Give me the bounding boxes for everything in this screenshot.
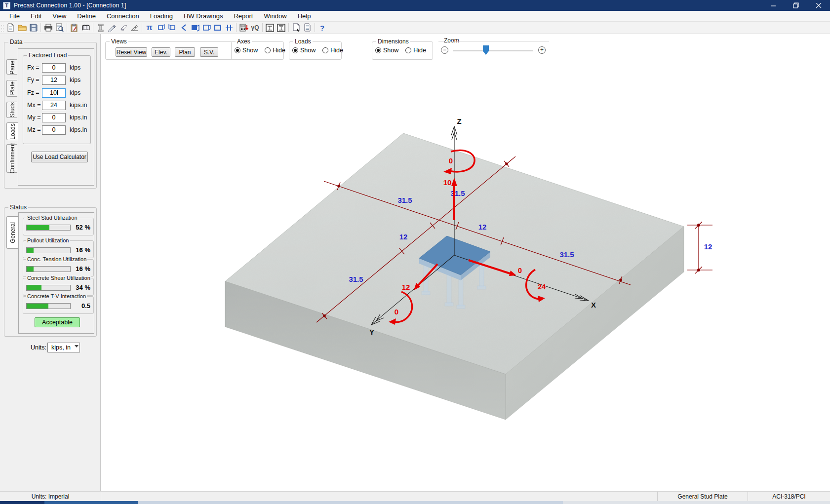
menu-connection[interactable]: Connection [101,11,145,21]
3d-viewport[interactable]: 31.5 12 31.5 31.5 12 31.5 12 [101,34,830,491]
calculator-loads-icon[interactable] [238,23,249,33]
y-axis-label: Y [369,328,374,336]
restore-button[interactable] [785,0,807,11]
dim-x-left-label: 31.5 [397,196,412,204]
units-combobox[interactable]: kips, in [47,343,80,352]
dim-x-right-label: 31.5 [559,250,574,259]
menu-report[interactable]: Report [228,11,258,21]
menu-define[interactable]: Define [72,11,101,21]
minimize-button[interactable] [762,0,785,11]
statusbar-design-code: ACI-318/PCI [748,492,830,501]
tab-general[interactable]: General [6,216,18,249]
fz-unit: kips [70,89,80,96]
tab-panel[interactable]: Panel [6,59,17,75]
fz-load-label: 10 [443,178,452,187]
thickness-dim-label: 12 [704,242,712,251]
print-icon[interactable] [42,23,54,33]
chevron-icon[interactable] [178,23,189,33]
pullout-utilization-box: Pullout Utilization 16 % [23,240,94,258]
loads-tab-page: Factored Load Fx = 0 kips Fy = 12 kips [18,48,94,186]
stud-plate-table-icon[interactable] [264,23,276,33]
conc-tension-value: 16 % [76,265,90,272]
fz-input[interactable]: 10 [42,88,66,98]
menu-window[interactable]: Window [258,11,292,21]
pullout-value: 16 % [76,246,90,254]
window-title: Precast Connection 1.00 - [Connection 1] [14,2,126,9]
menu-hw-drawings[interactable]: HW Drawings [178,11,228,21]
weld-icon[interactable] [129,23,140,33]
taskbar-sliver [0,501,830,504]
toolbar-separator [315,23,315,32]
mx-input[interactable]: 24 [42,101,66,110]
help-icon[interactable]: ? [316,23,328,33]
statusbar-units: Units: Imperial [0,492,101,501]
extrude-right-icon[interactable] [166,23,178,33]
edit-clipboard-icon[interactable] [69,23,80,33]
factored-load-title: Factored Load [27,52,68,59]
open-folder-icon[interactable] [16,23,28,33]
hatch-section-icon[interactable] [223,23,235,33]
pi-properties-icon[interactable]: π [144,23,155,33]
tv-interaction-progressbar [26,303,71,309]
use-load-calculator-button[interactable]: Use Load Calculator [31,152,88,162]
rectangle-icon[interactable] [212,23,223,33]
tab-loads[interactable]: Loads [6,122,18,140]
title-bar: T Precast Connection 1.00 - [Connection … [0,0,830,11]
fx-input[interactable]: 0 [42,63,66,73]
my-input[interactable]: 0 [42,113,66,122]
sidebar: Data Panel Plate Studs Loads Confinment … [0,34,101,491]
gamma-q-factors-icon[interactable]: γQ [249,23,261,33]
x-axis-label: X [591,301,596,309]
tv-interaction-value: 0.5 [81,302,90,310]
materials-book-icon[interactable] [80,23,91,33]
new-file-icon[interactable] [5,23,16,33]
pencil-icon[interactable] [106,23,118,33]
dim-y-mid-label: 12 [399,233,408,241]
conc-tension-progressbar [26,266,71,272]
menu-bar: File Edit View Define Connection Loading… [0,11,830,22]
menu-file[interactable]: File [4,11,25,21]
report-document-icon[interactable] [302,23,313,33]
units-row: Units: kips, in [0,343,101,352]
dim-x-mid-label: 12 [478,223,487,231]
print-preview-icon[interactable] [54,23,65,33]
concrete-shear-progressbar [26,285,71,291]
toolbar-separator [236,23,237,32]
close-button[interactable] [807,0,830,11]
menu-help[interactable]: Help [292,11,316,21]
status-group-title: Status [8,204,28,211]
combo-dropdown-icon[interactable] [75,345,79,348]
fx-label: Fx = [27,64,40,71]
copy-page-icon[interactable] [290,23,302,33]
fz-label: Fz = [27,89,40,96]
save-icon[interactable] [28,23,39,33]
fx-unit: kips [70,64,80,71]
tab-plate[interactable]: Plate [6,80,17,97]
tv-interaction-box: Concrete T-V Interaction 0.5 [23,296,94,314]
column-icon[interactable] [95,23,106,33]
status-bar: Units: Imperial General Stud Plate ACI-3… [0,491,830,501]
panel-section-icon[interactable] [200,23,212,33]
toolbar-separator [262,23,263,32]
panel-solid-icon[interactable] [189,23,200,33]
tab-studs[interactable]: Studs [6,102,17,118]
tab-confinment[interactable]: Confinment [6,144,17,173]
menu-edit[interactable]: Edit [25,11,47,21]
concrete-shear-value: 34 % [76,284,90,291]
conc-tension-utilization-box: Conc. Tension Utilization 16 % [23,259,94,277]
statusbar-plate-type: General Stud Plate [658,492,748,501]
extrude-left-icon[interactable] [155,23,166,33]
mx-load-label: 24 [538,282,546,291]
fy-input[interactable]: 12 [42,76,66,85]
units-value: kips, in [51,344,71,351]
mz-input[interactable]: 0 [42,125,66,135]
toolbar-separator [142,23,142,32]
menu-loading[interactable]: Loading [145,11,178,21]
restore-icon [793,2,799,8]
eraser-icon[interactable] [118,23,129,33]
my-load-label: 0 [395,308,398,316]
data-groupbox: Data Panel Plate Studs Loads Confinment … [4,42,97,189]
menu-view[interactable]: View [47,11,72,21]
my-label: My = [27,114,40,121]
stud-detail-table-icon[interactable] [276,23,287,33]
